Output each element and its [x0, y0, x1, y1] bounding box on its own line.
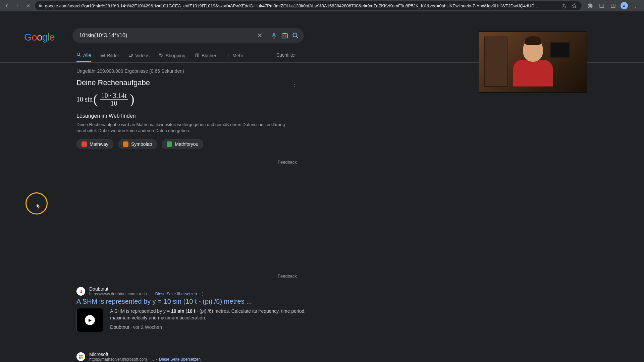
tab-label: Videos — [135, 53, 150, 58]
formula-prefix: 10 sin — [76, 96, 93, 103]
result-url-row: https://mathsolver.microsoft.com › ... ·… — [89, 357, 209, 362]
result-source: Doubtnut — [89, 286, 206, 292]
fraction: 10 · 3.14t 10 — [100, 92, 128, 107]
tab-shopping[interactable]: Shopping — [159, 53, 185, 62]
voice-search-icon[interactable] — [270, 32, 278, 39]
play-icon: ▶ — [85, 315, 95, 325]
more-icon: ⋮ — [226, 53, 230, 58]
translate-link[interactable]: Diese Seite übersetzen — [155, 292, 197, 296]
svg-rect-0 — [600, 4, 604, 8]
cursor-pointer-icon — [36, 203, 41, 210]
chip-mathway[interactable]: Mathway — [76, 139, 113, 149]
card-menu-icon[interactable]: ⋮ — [292, 80, 298, 88]
mathforyou-icon — [167, 141, 172, 147]
back-button[interactable] — [3, 2, 11, 10]
chip-mathforyou[interactable]: Mathforyou — [162, 139, 203, 149]
result-meta: Doubtnut · vor 2 Wochen — [110, 324, 311, 330]
translate-link[interactable]: Diese Seite übersetzen — [159, 357, 201, 362]
separator — [267, 31, 267, 40]
feedback-link[interactable]: Feedback — [278, 160, 297, 165]
result-stats: Ungefähr 209.000.000 Ergebnisse (0,66 Se… — [76, 68, 184, 74]
tab-videos[interactable]: Videos — [128, 53, 150, 62]
result-menu-icon[interactable]: ⋮ — [203, 357, 209, 362]
tab-images[interactable]: Bilder — [100, 53, 119, 62]
image-icon — [100, 53, 105, 59]
search-result: Microsoft https://mathsolver.microsoft.c… — [76, 352, 311, 362]
svg-rect-2 — [282, 34, 288, 38]
math-formula: 10 sin ( 10 · 3.14t 10 ) — [76, 92, 298, 107]
tab-label: Mehr — [232, 53, 243, 58]
favicon-doubtnut: d — [76, 287, 85, 296]
mathway-icon — [82, 141, 87, 147]
share-icon[interactable] — [559, 2, 568, 10]
background-door — [484, 37, 507, 87]
webcam-overlay — [479, 32, 587, 93]
feedback-link[interactable]: Feedback — [278, 274, 297, 279]
search-input[interactable] — [79, 33, 253, 39]
image-search-icon[interactable] — [281, 32, 288, 39]
tab-label: Bilder — [107, 53, 119, 58]
solutions-heading: Lösungen im Web finden — [76, 113, 298, 119]
svg-point-9 — [160, 54, 160, 55]
denominator: 10 — [109, 100, 118, 107]
result-source: Microsoft — [89, 352, 209, 357]
reading-list-icon[interactable] — [598, 2, 606, 10]
search-icon — [76, 52, 81, 58]
svg-point-6 — [77, 53, 80, 56]
favicon-microsoft — [76, 352, 85, 361]
book-icon — [195, 53, 200, 59]
result-url[interactable]: https://mathsolver.microsoft.com › ... — [89, 357, 154, 362]
video-icon — [128, 53, 133, 59]
svg-point-3 — [284, 35, 286, 37]
solutions-description: Deine Rechenaufgabe wird an Mathematikwe… — [76, 122, 294, 134]
bookmark-icon[interactable] — [570, 2, 578, 10]
svg-rect-8 — [129, 54, 132, 56]
symbolab-icon — [123, 141, 128, 147]
browser-toolbar: google.com/search?q=10*sin%2810*3.14*t%2… — [0, 0, 644, 11]
chip-label: Mathway — [90, 141, 108, 147]
math-card-title: Deine Rechenaufgabe — [76, 78, 298, 87]
search-filters[interactable]: Suchfilter — [276, 52, 296, 58]
chip-symbolab[interactable]: Symbolab — [118, 139, 157, 149]
search-box[interactable]: ✕ — [72, 28, 304, 43]
tab-books[interactable]: Bücher — [195, 53, 216, 62]
search-tabs: Alle Bilder Videos Shopping Bücher — [76, 52, 243, 62]
result-url[interactable]: https://www.doubtnut.com › a-sh... — [89, 292, 150, 296]
video-thumbnail[interactable]: ▶ — [76, 308, 103, 332]
url-text: google.com/search?q=10*sin%2810*3.14*t%2… — [45, 3, 557, 8]
extensions-icon[interactable] — [586, 2, 594, 10]
tag-icon — [159, 53, 164, 59]
math-answer-card: Deine Rechenaufgabe ⋮ 10 sin ( 10 · 3.14… — [76, 78, 298, 149]
person — [513, 38, 553, 88]
chrome-menu-icon[interactable]: ⋮ — [631, 2, 639, 10]
tab-label: Bücher — [202, 53, 216, 58]
stop-reload-button[interactable] — [24, 2, 32, 10]
svg-rect-12 — [79, 357, 80, 359]
svg-rect-11 — [81, 355, 83, 356]
side-panel-icon[interactable] — [609, 2, 617, 10]
result-snippet: A SHM is represented by y = 10 sin (10 t… — [110, 308, 311, 321]
chip-label: Mathforyou — [175, 141, 198, 147]
tab-label: Shopping — [166, 53, 185, 58]
search-button-icon[interactable] — [292, 32, 299, 39]
tab-all[interactable]: Alle — [76, 52, 91, 62]
clear-search-icon[interactable]: ✕ — [256, 32, 263, 39]
numerator: 10 · 3.14t — [100, 92, 128, 100]
profile-avatar[interactable]: a — [621, 2, 628, 9]
address-bar[interactable]: google.com/search?q=10*sin%2810*3.14*t%2… — [35, 1, 582, 10]
tab-more[interactable]: ⋮ Mehr — [226, 53, 243, 62]
svg-point-5 — [293, 33, 297, 37]
search-result: d Doubtnut https://www.doubtnut.com › a-… — [76, 286, 311, 332]
result-menu-icon[interactable]: ⋮ — [199, 292, 206, 296]
divider — [76, 163, 298, 163]
forward-button[interactable] — [13, 2, 21, 10]
svg-rect-4 — [283, 33, 286, 34]
chrome-actions: a ⋮ — [584, 2, 641, 10]
chip-label: Symbolab — [131, 141, 152, 147]
solver-chips: Mathway Symbolab Mathforyou — [76, 139, 298, 149]
lock-icon — [38, 3, 42, 8]
result-url-row: https://www.doubtnut.com › a-sh... · Die… — [89, 292, 206, 296]
google-logo[interactable]: Google — [24, 32, 55, 43]
result-title[interactable]: A SHM is represented by y = 10 sin (10 t… — [76, 298, 311, 305]
svg-rect-13 — [81, 357, 83, 359]
